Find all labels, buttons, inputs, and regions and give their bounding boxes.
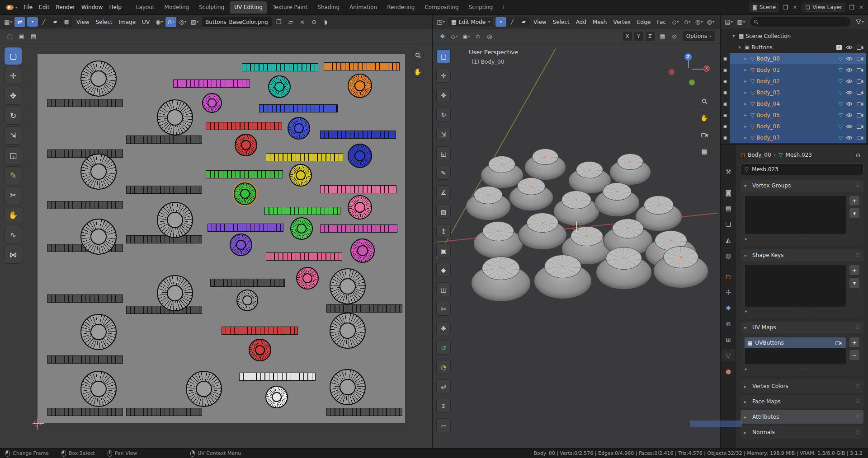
editor-type-outliner-icon[interactable]: ▤▾ [723,17,734,27]
uv-island-circle[interactable] [289,164,312,187]
panel-grip-icon[interactable]: ⠿ [856,414,860,420]
open-image-folder-icon[interactable]: ▱ [285,17,296,27]
tab-material[interactable]: ● [722,365,735,377]
tab-animation[interactable]: Animation [345,1,382,14]
orientation-icon[interactable]: ◇▾ [449,31,460,41]
unlink-scene-button[interactable]: × [792,4,798,10]
uv-strip[interactable] [324,62,400,70]
hide-in-viewport-toggle[interactable] [844,124,854,129]
pin-image-icon[interactable]: ⊙ [309,17,320,27]
panel-grip-icon[interactable]: ⠿ [856,383,860,389]
uv-strip[interactable] [266,252,342,261]
menu-help[interactable]: Help [106,3,124,12]
menu-window[interactable]: Window [79,3,105,12]
tool-inset-faces[interactable]: ▣ [436,243,451,257]
v3d-menu-vertex[interactable]: Vertex [610,18,633,27]
tool-move[interactable]: ✥ [4,87,22,105]
tab-particles[interactable]: ✱ [722,302,735,314]
uv-island-circle[interactable] [157,202,193,238]
outliner-row-body-05[interactable]: ▣▸▽Body_05▽ [721,109,868,121]
uv-strip[interactable] [326,304,402,313]
mesh-button[interactable] [466,192,511,220]
tool-poly-build[interactable]: ❋ [436,321,451,335]
disable-in-renders-toggle[interactable] [855,56,864,61]
unlink-image-button[interactable]: × [297,17,308,27]
editor-type-3d-icon[interactable]: ◳▾ [435,17,446,27]
uv-strip[interactable] [126,136,202,144]
uv-strip[interactable] [126,235,202,243]
hide-in-viewport-toggle[interactable] [844,113,854,117]
v3d-canvas[interactable]: User Perspective (1) Body_00 Z X ✋ ▦ ▢✛✥… [433,42,720,448]
breadcrumb-data[interactable]: Mesh.023 [786,152,812,158]
hide-in-viewport-toggle[interactable] [844,102,854,106]
select-subtract-icon[interactable]: ▤ [28,31,39,41]
uv-strip[interactable] [266,153,343,161]
outliner-row-body-04[interactable]: ▣▸▽Body_04▽ [721,98,868,109]
tab-object-data[interactable]: ▽ [722,349,735,361]
outliner-row-body-00[interactable]: ▣▸▽Body_00▽ [721,53,868,64]
remove-uv-map-button[interactable]: − [849,350,860,360]
tool-select-box[interactable]: ▢ [436,49,451,63]
expand-icon[interactable]: ▸ [742,135,749,140]
blender-menu-button[interactable]: ▾ [4,5,20,10]
menu-edit[interactable]: Edit [36,3,52,12]
v3d-menu-fac[interactable]: Fac [654,18,669,27]
uv-strip[interactable] [126,186,202,194]
vertex-colors-panel-header[interactable]: ▸ Vertex Colors ⠿ [741,379,863,393]
camera-view-icon[interactable] [698,129,710,140]
tab-scripting[interactable]: Scripting [464,1,497,14]
uv-island-circle[interactable] [268,75,291,98]
browse-image-icon[interactable]: ▨▾ [189,17,200,27]
vertex-groups-panel-header[interactable]: ▾ Vertex Groups ⠿ [741,180,863,192]
zoom-icon[interactable] [698,95,710,107]
overlays-icon[interactable]: ◍▾ [705,17,716,27]
transform-orientation-icon[interactable]: ◇▾ [670,17,681,27]
tool-scale[interactable]: ⇲ [4,126,22,145]
breadcrumb-object[interactable]: Body_00 [748,152,771,158]
gizmo-z-ball[interactable]: Z [684,53,692,61]
tab-compositing[interactable]: Compositing [420,1,463,14]
tool-grab[interactable]: ✋ [4,206,22,224]
mesh-name-field[interactable]: ▽ Mesh.023 [741,164,863,175]
vertex-group-specials-button[interactable]: ▾ [849,208,860,219]
uv-menu-view[interactable]: View [74,18,92,27]
panel-grip-icon[interactable]: ⠿ [856,430,860,435]
disable-in-renders-toggle[interactable] [855,101,864,106]
uv-strip[interactable] [326,408,402,416]
uv-select-edge-button[interactable]: ╱ [38,17,49,27]
tab-modifiers[interactable]: ✢ [722,286,735,298]
uv-strip[interactable] [320,131,396,139]
list-resize-grip[interactable]: ···· [751,366,859,371]
expand-icon[interactable]: ▸ [742,124,749,129]
uv-strip[interactable] [47,201,123,209]
hide-in-viewport-toggle[interactable] [844,68,854,72]
image-users-icon[interactable]: ❐ [274,17,284,27]
tab-sculpting[interactable]: Sculpting [194,1,229,14]
list-resize-grip[interactable]: ···· [751,308,859,313]
uv-island-circle[interactable] [348,74,372,98]
outliner-row-scene-collection[interactable]: ▾▦Scene Collection [721,30,868,42]
hide-in-viewport-toggle[interactable] [844,45,854,50]
proportional-icon[interactable]: ◎ [484,31,495,41]
uv-strip[interactable] [47,355,123,364]
hide-in-viewport-toggle[interactable] [844,79,854,84]
shape-keys-panel-header[interactable]: ▾ Shape Keys ⠿ [741,249,863,261]
v3d-menu-view[interactable]: View [531,18,549,27]
uv-strip[interactable] [206,170,283,178]
uv-strip[interactable] [320,224,397,233]
expand-icon[interactable]: ▸ [742,112,749,117]
add-shape-key-button[interactable]: + [849,265,860,276]
expand-icon[interactable]: ▸ [742,101,749,106]
uv-island-circle[interactable] [234,182,256,205]
uv-select-face-button[interactable]: ▰ [50,17,61,27]
tool-bevel[interactable]: ◆ [436,263,451,277]
tool-move[interactable]: ✥ [436,88,451,102]
proportional-editing-icon[interactable]: ◎▾ [693,17,704,27]
gizmo-minus-x-ball[interactable] [669,69,675,75]
menu-render[interactable]: Render [53,3,78,12]
snap-magnet-toggle[interactable]: ∩▾ [165,17,176,27]
outliner-row-body-01[interactable]: ▣▸▽Body_01▽ [721,64,868,75]
uv-strip[interactable] [47,150,123,158]
select-mode-edge-button[interactable]: ╱ [507,17,518,27]
uv-2d-cursor[interactable] [34,420,41,427]
